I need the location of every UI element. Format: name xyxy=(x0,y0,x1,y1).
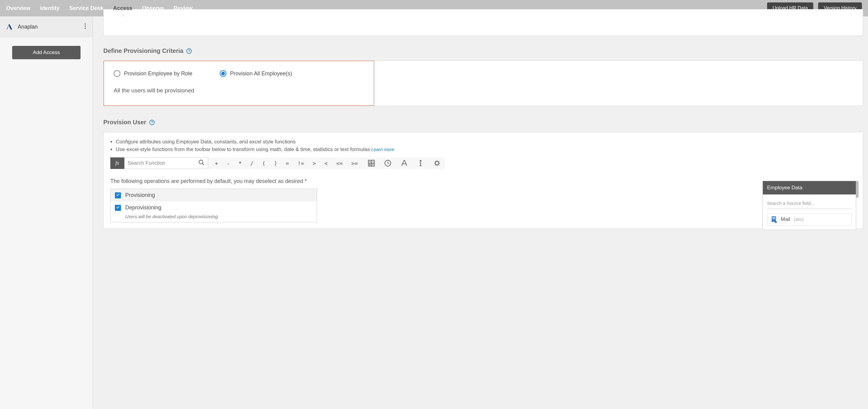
layout: Anaplan Add Access Define Provisioning C… xyxy=(0,17,868,409)
field-type: (abc) xyxy=(794,217,804,222)
anaplan-logo-icon xyxy=(5,23,13,31)
criteria-highlighted-area: Provision Employee by Role Provision All… xyxy=(104,61,374,106)
checkbox-deprovisioning[interactable] xyxy=(115,205,121,211)
operator-gt[interactable]: > xyxy=(312,159,317,168)
operator-multiply[interactable]: * xyxy=(237,159,243,168)
radio-label: Provision All Employee(s) xyxy=(230,70,292,77)
operation-row-provisioning: Provisioning xyxy=(111,189,317,201)
check-icon xyxy=(116,193,120,198)
tab-label: Review xyxy=(174,5,192,11)
provision-user-card: Configure attributes using Employee Data… xyxy=(103,132,863,229)
more-vertical-icon xyxy=(85,25,86,30)
operation-label: Deprovisioning xyxy=(125,204,161,211)
main-content: Define Provisioning Criteria ? Provision… xyxy=(93,17,868,409)
text-icon[interactable] xyxy=(400,159,408,167)
field-name: Mail xyxy=(781,216,790,222)
svg-point-24 xyxy=(435,162,439,165)
svg-rect-34 xyxy=(772,217,775,218)
search-icon xyxy=(198,159,205,167)
employee-data-header: Employee Data xyxy=(763,181,856,194)
sidebar-header: Anaplan xyxy=(0,17,93,37)
fx-icon: fx xyxy=(110,157,124,169)
upper-card-placeholder xyxy=(103,9,863,36)
criteria-card: Provision Employee by Role Provision All… xyxy=(103,60,863,106)
svg-rect-35 xyxy=(772,218,775,219)
tab-label: Service Desk xyxy=(69,5,103,11)
svg-line-29 xyxy=(435,161,436,162)
radio-provision-all[interactable]: Provision All Employee(s) xyxy=(220,70,292,77)
function-search-input[interactable] xyxy=(128,158,198,169)
employee-data-search-input[interactable] xyxy=(767,199,851,209)
lower-row: Provisioning Deprovisioning Users will b… xyxy=(110,189,856,222)
radio-provision-by-role[interactable]: Provision Employee by Role xyxy=(114,70,192,77)
operations-caption: The following operations are performed b… xyxy=(110,178,856,184)
operator-group: + - * / ( ) = != > < <= >= xyxy=(208,157,359,169)
deprovisioning-note: Users will be deactivated upon deprovisi… xyxy=(111,214,317,222)
tab-identity[interactable]: Identity xyxy=(40,0,60,17)
radio-checked-icon xyxy=(220,70,226,77)
svg-point-13 xyxy=(370,165,370,165)
operation-label: Provisioning xyxy=(125,192,155,198)
help-icon[interactable]: ? xyxy=(186,48,192,54)
operation-row-deprovisioning: Deprovisioning xyxy=(111,201,317,214)
employee-data-panel: Employee Data Mail (abc) xyxy=(763,181,856,230)
svg-line-18 xyxy=(388,163,389,164)
operator-minus[interactable]: - xyxy=(225,159,231,168)
operator-equals[interactable]: = xyxy=(284,159,290,168)
formula-toolbar: fx + - * / ( ) = != > < xyxy=(110,157,856,169)
info-icon[interactable] xyxy=(416,159,425,167)
svg-line-32 xyxy=(438,161,439,162)
instruction-item: Use excel-style functions from the toolb… xyxy=(116,146,856,153)
provision-user-title-row: Provision User ? xyxy=(103,119,863,126)
tab-access[interactable]: Access xyxy=(113,0,132,17)
tab-label: Observe xyxy=(142,5,164,11)
scrollbar-thumb[interactable] xyxy=(856,181,859,198)
clock-icon[interactable] xyxy=(383,159,392,167)
svg-point-1 xyxy=(85,26,86,27)
tab-observe[interactable]: Observe xyxy=(142,0,164,17)
employee-data-item[interactable]: Mail (abc) xyxy=(767,213,851,225)
app-name: Anaplan xyxy=(18,24,79,30)
svg-point-12 xyxy=(370,164,370,164)
svg-point-3 xyxy=(199,160,203,164)
math-icon[interactable] xyxy=(367,159,376,167)
criteria-note: All the users will be provisioned xyxy=(113,87,365,94)
operator-plus[interactable]: + xyxy=(214,159,219,168)
tab-overview[interactable]: Overview xyxy=(6,0,30,17)
operator-close-paren[interactable]: ) xyxy=(273,159,278,168)
statistics-icon[interactable] xyxy=(433,159,441,167)
learn-more-link[interactable]: Learn more xyxy=(371,147,395,152)
section-title: Provision User xyxy=(103,119,146,126)
instruction-text: Use excel-style functions from the toolb… xyxy=(116,147,370,152)
operator-lt[interactable]: < xyxy=(323,159,329,168)
radio-label: Provision Employee by Role xyxy=(124,70,192,77)
svg-line-30 xyxy=(438,164,439,165)
checkbox-provisioning[interactable] xyxy=(115,192,121,198)
operator-open-paren[interactable]: ( xyxy=(261,159,267,168)
operator-divide[interactable]: / xyxy=(249,159,255,168)
radio-unchecked-icon xyxy=(114,70,120,77)
svg-line-31 xyxy=(435,164,436,165)
criteria-title-row: Define Provisioning Criteria ? xyxy=(103,48,863,54)
tab-service-desk[interactable]: Service Desk xyxy=(69,0,103,17)
tab-label: Overview xyxy=(6,5,30,11)
field-icon xyxy=(771,216,777,223)
svg-point-2 xyxy=(85,28,86,29)
operator-not-equals[interactable]: != xyxy=(296,159,305,168)
operations-box: Provisioning Deprovisioning Users will b… xyxy=(110,189,317,222)
svg-point-20 xyxy=(420,160,421,161)
employee-data-body: Mail (abc) xyxy=(763,194,856,230)
tab-label: Identity xyxy=(40,5,60,11)
radio-row: Provision Employee by Role Provision All… xyxy=(113,70,365,77)
operator-gte[interactable]: >= xyxy=(350,159,359,168)
tab-label: Access xyxy=(113,5,132,11)
instruction-item: Configure attributes using Employee Data… xyxy=(116,138,856,146)
operator-lte[interactable]: <= xyxy=(335,159,344,168)
help-icon[interactable]: ? xyxy=(149,120,155,125)
check-icon xyxy=(116,205,120,211)
tool-icon-group xyxy=(359,157,445,169)
more-options-button[interactable] xyxy=(83,22,87,32)
tab-review[interactable]: Review xyxy=(174,0,192,17)
add-access-button[interactable]: Add Access xyxy=(12,46,81,59)
instruction-list: Configure attributes using Employee Data… xyxy=(110,138,856,153)
